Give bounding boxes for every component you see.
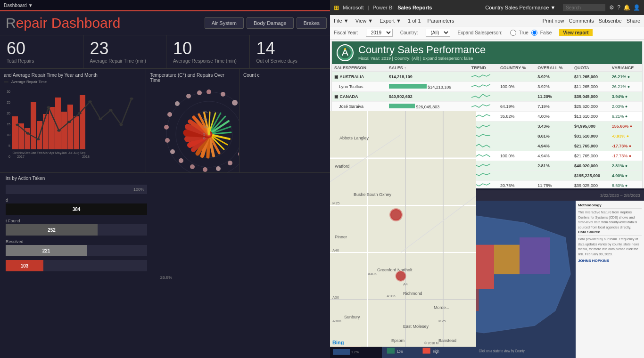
pbi-icon-settings[interactable]: ⚙ [609,4,614,11]
repair-kpi-row: 60 Total Repairs 23 Average Repair Time … [0,35,332,69]
svg-point-24 [203,167,207,172]
col-salesperson[interactable]: SALESPERSON [332,64,387,72]
brakes-tab[interactable]: Brakes [297,17,327,29]
svg-text:Epsom: Epsom [391,338,405,343]
fiscal-year-label: Fiscal Year: [334,30,358,35]
aw-logo-svg [339,46,352,59]
table-row-lynn: Lynn Tsoflias $14,218,109 100.0% 3.92% $… [332,82,642,92]
svg-text:Bing: Bing [332,340,344,345]
country-dropdown[interactable]: (All) [426,29,450,37]
legend-line-icon [4,81,8,82]
col-quota[interactable]: QUOTA [572,64,610,72]
fiscal-year-dropdown[interactable]: 2019 [366,29,393,37]
action-bar-103: 103 26.8% [6,260,327,281]
methodology-body: This interactive feature from Hopkins Ce… [578,210,642,230]
legend-label: Average Repair Time [11,80,47,84]
repair-header-bar: Dashboard ▼ [0,0,332,11]
action-bars-section: irs by Action Taken 100% d 384 t Found 2… [0,172,332,304]
repair-charts-row: and Average Repair Time by Year and Mont… [0,69,332,172]
body-damage-tab[interactable]: Body Damage [247,17,294,29]
left-dashboard: Dashboard ▼ Repair Dashboard Air System … [0,0,332,358]
covid-data-row-15: 1.2% [333,349,379,355]
ribbon-subscribe[interactable]: Subscribe [599,18,622,24]
ribbon-view[interactable]: View ▼ [355,18,373,24]
aw-logo [337,44,354,61]
bars-container: Oct Nov Dec Jan Feb Mar Apr May Jun Jul … [12,90,142,158]
view-report-button[interactable]: View report [559,29,592,36]
svg-text:East Molesey: East Molesey [403,324,429,329]
svg-point-10 [119,123,123,126]
svg-text:A406: A406 [368,272,377,276]
col-overall-pct[interactable]: OVERALL % [535,64,572,72]
action-bar-100pct: 100% [6,185,327,194]
svg-text:Richmond: Richmond [403,291,422,296]
data-source-header: Data Source [578,230,642,236]
col-trend[interactable]: TREND [469,64,498,72]
col-variance[interactable]: VARIANCE [610,64,642,72]
svg-text:0-: 0- [203,137,206,140]
air-system-tab[interactable]: Air System [205,17,244,29]
svg-rect-107 [387,348,395,353]
pbi-icons: ⚙ ? 🔔 👤 [609,4,640,11]
bar-aug-2018 [74,116,79,149]
dashboard-dropdown[interactable]: Dashboard ▼ [4,3,33,8]
svg-point-32 [186,94,191,98]
svg-text:© 2018 M...: © 2018 M... [424,342,441,345]
bar-apr-2018 [49,107,55,149]
ribbon-share[interactable]: Share [627,18,640,24]
ribbon-export[interactable]: Export ▼ [380,18,401,24]
aw-header: Country Sales Performance Fiscal Year: 2… [332,41,642,64]
ribbon-parameters[interactable]: Parameters [428,18,454,24]
pbi-powerbi-label: Power BI [372,5,394,10]
repair-title: Repair Dashboard [6,15,120,31]
repair-title-row: Repair Dashboard Air System Body Damage … [0,11,332,35]
svg-point-25 [190,164,195,169]
count-chart-title: Count c [243,73,329,78]
repair-time-chart-title: and Average Repair Time by Year and Mont… [4,73,142,78]
table-row-australia-group: ▣ AUSTRALIA $14,218,109 3.92% $11,265,00… [332,72,642,82]
svg-point-30 [167,112,172,117]
pbi-icon-notifications[interactable]: 🔔 [623,4,630,11]
bar-mar-2018 [43,114,49,149]
methodology-header: Methodology [578,203,642,209]
aw-report-title: Country Sales Performance [358,45,486,55]
svg-rect-102 [520,237,550,274]
svg-point-33 [197,90,202,95]
pbi-logo: ⊞ [334,4,339,11]
australia-group-label: ▣ AUSTRALIA [332,72,387,82]
ribbon-print[interactable]: Print now [543,18,564,24]
bar-nov-2017 [18,123,24,149]
salesperson-false-radio[interactable] [531,30,537,36]
svg-point-23 [216,166,221,171]
ribbon-file[interactable]: File ▼ [334,18,349,24]
repair-nav: Air System Body Damage Brakes [205,17,327,29]
svg-point-11 [130,98,133,100]
pbi-icon-help[interactable]: ? [617,4,620,11]
table-header-row: SALESPERSON SALES ↑ TREND COUNTRY % OVER… [332,64,642,72]
covid-dates: 3/22/2020 – 2/9/2023 [600,193,640,198]
salesperson-radio-group: True False [510,30,552,36]
kpi-avg-repair-time: 23 Average Repair Time (min) [83,35,167,68]
salesperson-true-radio[interactable] [510,30,516,36]
bar-jun-2018 [61,112,67,149]
pbi-report-title[interactable]: Country Sales Performance ▼ [485,5,555,10]
ribbon-comments[interactable]: Comments [569,18,594,24]
pbi-ribbon: File ▼ View ▼ Export ▼ 1 of 1 Parameters… [330,15,644,26]
pbi-search-input[interactable] [563,4,605,11]
svg-point-27 [170,149,175,154]
pbi-icon-user[interactable]: 👤 [633,4,640,11]
temperature-repairs-chart: Temperature (C°) and Repairs Over Time [146,69,239,172]
circular-chart-svg: 25- 20- 10- 5- 0- [150,85,239,172]
svg-rect-109 [423,348,430,353]
col-sales[interactable]: SALES ↑ [387,64,469,72]
svg-point-31 [175,101,180,106]
col-country-pct[interactable]: COUNTRY % [498,64,535,72]
salesperson-label: Expand Salesperson: [458,30,503,35]
svg-text:M25: M25 [332,201,340,205]
svg-text:A40: A40 [332,248,339,252]
kpi-avg-response-time: 10 Average Response Time (min) [166,35,250,68]
svg-text:5-: 5- [203,133,206,136]
jh-logo: JOHNS HOPKINS [578,259,642,263]
repair-time-chart: and Average Repair Time by Year and Mont… [0,69,146,172]
svg-text:25-: 25- [203,110,208,114]
